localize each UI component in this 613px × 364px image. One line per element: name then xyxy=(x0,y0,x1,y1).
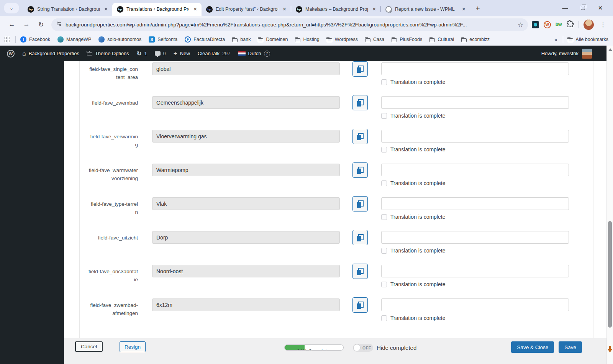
translation-complete-checkbox[interactable] xyxy=(381,282,387,287)
comments-menu[interactable]: 0 xyxy=(151,46,170,61)
bookmark-facturadirecta[interactable]: FFacturaDirecta xyxy=(185,36,225,43)
source-text-input[interactable] xyxy=(152,62,340,75)
source-text-input[interactable] xyxy=(152,96,340,109)
new-tab-button[interactable]: + xyxy=(472,3,483,14)
translation-text-input[interactable] xyxy=(381,231,569,244)
browser-tab[interactable]: Report a new issue - WPML✕ xyxy=(381,3,470,16)
browser-tab[interactable]: bpTranslations ‹ Background Prop✕ xyxy=(112,3,202,16)
source-text-input[interactable] xyxy=(152,164,340,176)
profile-avatar[interactable] xyxy=(583,20,594,30)
translation-complete-checkbox[interactable] xyxy=(381,180,387,186)
bookmark-ecombizz[interactable]: ecombizz xyxy=(461,37,490,42)
save-button[interactable]: Save xyxy=(559,341,582,353)
translation-complete-checkbox[interactable] xyxy=(381,248,387,254)
back-button[interactable]: ← xyxy=(5,18,18,31)
tab-search-button[interactable]: ⌄ xyxy=(4,3,19,13)
save-and-close-button[interactable]: Save & Close xyxy=(511,341,554,353)
updates-menu[interactable]: ↻ 1 xyxy=(133,46,151,61)
translation-text-input[interactable] xyxy=(381,96,569,109)
translation-text-input[interactable] xyxy=(381,164,569,176)
resign-button[interactable]: Resign xyxy=(120,341,146,352)
close-window-button[interactable]: ✕ xyxy=(592,0,609,16)
bookmark-domeinen[interactable]: Domeinen xyxy=(258,37,288,42)
bookmark-managewp[interactable]: ManageWP xyxy=(57,36,91,43)
copy-from-original-button[interactable] xyxy=(352,95,368,110)
copy-from-original-button[interactable] xyxy=(352,264,368,279)
bookmark-cultural[interactable]: Cultural xyxy=(429,37,454,42)
bookmark-selfconta[interactable]: SSelfconta xyxy=(149,36,177,43)
copy-icon xyxy=(357,66,364,73)
cleantalk-extension-icon[interactable] xyxy=(532,21,539,28)
bookmark-label: Facebook xyxy=(29,37,50,42)
source-text-input[interactable] xyxy=(152,265,340,277)
hide-completed-toggle[interactable]: OFF xyxy=(353,344,373,352)
tab-close-icon[interactable]: ✕ xyxy=(371,6,377,13)
source-text-input[interactable] xyxy=(152,130,340,143)
howdy-text: Howdy, mwestrik xyxy=(541,51,579,56)
copy-from-original-button[interactable] xyxy=(352,162,368,178)
bookmark-hosting[interactable]: Hosting xyxy=(295,37,319,42)
copy-from-original-button[interactable] xyxy=(352,61,368,77)
source-text-input[interactable] xyxy=(152,197,340,210)
source-text-input[interactable] xyxy=(152,298,340,311)
account-menu[interactable]: Howdy, mwestrik xyxy=(541,49,592,59)
extensions-puzzle-icon[interactable] xyxy=(566,20,574,29)
bookmark-bank[interactable]: bank xyxy=(232,37,251,42)
theme-options-menu[interactable]: Theme Options xyxy=(83,46,133,61)
bookmark-star-icon[interactable]: ☆ xyxy=(518,21,523,28)
bookmark-facebook[interactable]: fFacebook xyxy=(20,36,50,43)
tab-close-icon[interactable]: ✕ xyxy=(461,6,467,13)
cancel-button[interactable]: Cancel xyxy=(75,341,103,352)
copy-from-original-button[interactable] xyxy=(352,196,368,212)
translation-complete-label: Translation is complete xyxy=(390,180,445,186)
translation-text-input[interactable] xyxy=(381,265,569,277)
source-text-input[interactable] xyxy=(152,231,340,244)
browser-menu-button[interactable]: ⋮ xyxy=(598,21,608,28)
wordpress-extension-icon[interactable]: W xyxy=(544,21,551,28)
copy-from-original-button[interactable] xyxy=(352,297,368,313)
translation-complete-checkbox[interactable] xyxy=(381,147,387,152)
language-menu[interactable]: Dutch ? xyxy=(234,46,274,61)
scrollbar-thumb[interactable] xyxy=(608,221,612,328)
reload-button[interactable]: ↻ xyxy=(34,18,48,31)
bookmark-solo-autonomos[interactable]: solo-autonomos xyxy=(98,36,141,43)
translation-complete-checkbox[interactable] xyxy=(381,214,387,220)
help-icon[interactable]: ? xyxy=(264,51,270,57)
translation-text-input[interactable] xyxy=(381,130,569,143)
bookmark-casa[interactable]: Casa xyxy=(365,37,384,42)
translation-row: field-fave_verwarming Translation is com… xyxy=(79,130,593,164)
bookmarks-overflow-icon[interactable]: » xyxy=(554,37,557,43)
address-bar[interactable]: backgroundproperties.com/wp-admin/admin.… xyxy=(51,18,528,31)
all-bookmarks-folder[interactable]: Alle bookmarks xyxy=(568,37,608,42)
cleantalk-menu[interactable]: CleanTalk 297 xyxy=(194,46,234,61)
browser-tab[interactable]: bpMakelaars – Background Prope✕ xyxy=(291,3,380,16)
bookmark-plusfoods[interactable]: PlusFoods xyxy=(392,37,422,42)
translation-text-input[interactable] xyxy=(381,197,569,210)
tab-close-icon[interactable]: ✕ xyxy=(281,6,288,13)
bookmark-wordpress[interactable]: Wordpress xyxy=(327,37,358,42)
bw-extension-icon[interactable]: bw xyxy=(556,22,562,27)
translation-text-input[interactable] xyxy=(381,62,569,75)
copy-from-original-button[interactable] xyxy=(352,230,368,245)
scroll-up-arrow-icon[interactable] xyxy=(608,48,612,51)
copy-from-original-button[interactable] xyxy=(352,129,368,144)
wp-logo-menu[interactable]: W xyxy=(3,46,18,61)
browser-tab[interactable]: bpString Translation ‹ Background✕ xyxy=(23,3,112,16)
tab-close-icon[interactable]: ✕ xyxy=(192,6,198,13)
translation-text-input[interactable] xyxy=(381,298,569,311)
site-settings-icon[interactable] xyxy=(56,21,62,28)
translation-complete-checkbox[interactable] xyxy=(381,113,387,119)
forward-button[interactable]: → xyxy=(20,18,33,31)
minimize-button[interactable]: — xyxy=(556,0,574,16)
browser-tab[interactable]: bpEdit Property “test” ‹ Backgroun✕ xyxy=(202,3,291,16)
site-name-menu[interactable]: ⌂ Background Properties xyxy=(18,46,83,61)
restore-button[interactable] xyxy=(574,0,592,16)
tab-close-icon[interactable]: ✕ xyxy=(103,6,109,13)
bookmarks-right: » Alle bookmarks xyxy=(554,36,608,43)
new-content-menu[interactable]: + New xyxy=(170,46,194,61)
page-scrollbar[interactable] xyxy=(606,46,613,364)
url-text: backgroundproperties.com/wp-admin/admin.… xyxy=(66,22,514,28)
translation-complete-checkbox[interactable] xyxy=(381,79,387,85)
translation-complete-checkbox[interactable] xyxy=(381,315,387,321)
apps-grid-icon[interactable] xyxy=(5,37,10,42)
